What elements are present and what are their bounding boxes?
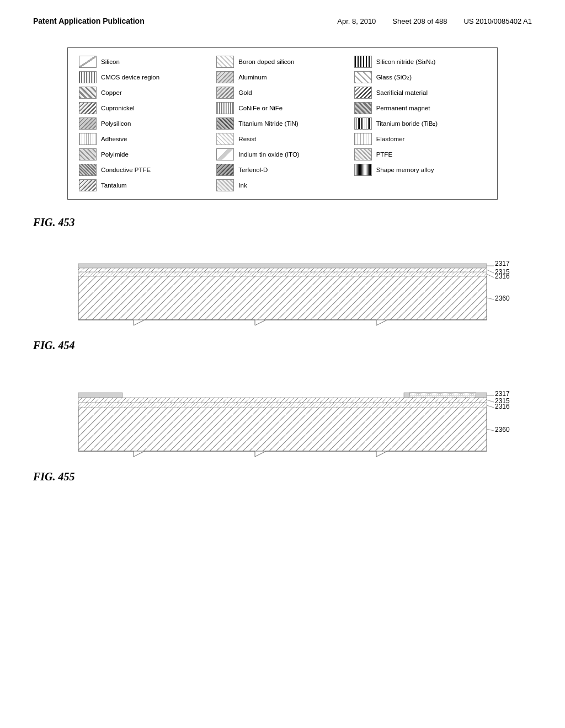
label-tantalum: Tantalum: [101, 182, 127, 189]
legend-tantalum: Tantalum: [79, 179, 211, 191]
legend-silicon: Silicon: [79, 56, 211, 68]
legend-titanium-boride: Titanium boride (TiB₂): [354, 117, 486, 130]
label-2317-455: 2317: [495, 390, 510, 398]
label-ink: Ink: [238, 182, 247, 189]
swatch-titanium-nitride: [216, 117, 234, 130]
legend-ink: Ink: [216, 179, 348, 191]
swatch-resist: [216, 133, 234, 145]
svg-line-37: [487, 400, 494, 402]
fig455-container: 2317 2315 2316 2360: [67, 368, 498, 465]
swatch-boron: [216, 56, 234, 68]
fig454-svg: 2317 2315 2316 2360: [67, 245, 520, 334]
legend-elastomer: Elastomer: [354, 133, 486, 145]
label-2316-455: 2316: [495, 403, 510, 410]
label-boron: Boron doped silicon: [238, 58, 294, 65]
fig454-caption: FIG. 454: [33, 339, 532, 352]
legend-cmos: CMOS device region: [79, 71, 211, 83]
legend-polyimide: Polyimide: [79, 148, 211, 160]
svg-line-38: [487, 405, 494, 408]
fig455-svg: 2317 2315 2316 2360: [67, 368, 520, 465]
svg-rect-35: [409, 393, 476, 398]
label-adhesive: Adhesive: [101, 136, 127, 142]
legend-polysilicon: Polysilicon: [79, 117, 211, 130]
svg-line-39: [487, 429, 494, 431]
label-silicon-nitride: Silicon nitride (Si₃N₄): [376, 58, 436, 66]
swatch-ptfe: [354, 148, 372, 160]
legend-aluminum: Aluminum: [216, 71, 348, 83]
label-2316-454: 2316: [495, 272, 510, 280]
swatch-cupronickel: [79, 102, 97, 114]
legend-glass: Glass (SiO₂): [354, 71, 486, 83]
svg-line-16: [487, 270, 494, 273]
legend-shape-memory: Shape memory alloy: [354, 164, 486, 176]
label-conife: CoNiFe or NiFe: [238, 105, 282, 111]
label-terfenol: Terfenol-D: [238, 167, 268, 173]
fig454-container: 2317 2315 2316 2360: [67, 245, 498, 334]
publication-title: Patent Application Publication: [33, 17, 145, 25]
label-permanent: Permanent magnet: [376, 105, 430, 111]
swatch-silicon: [79, 56, 97, 68]
svg-rect-14: [78, 264, 487, 268]
legend-boron: Boron doped silicon: [216, 56, 348, 68]
fig453-caption: FIG. 453: [33, 216, 532, 229]
label-ito: Indium tin oxide (ITO): [238, 151, 299, 158]
swatch-titanium-boride: [354, 117, 372, 130]
legend-silicon-nitride: Silicon nitride (Si₃N₄): [354, 56, 486, 68]
legend-titanium-nitride: Titanium Nitride (TiN): [216, 117, 348, 130]
swatch-polyimide: [79, 148, 97, 160]
swatch-permanent: [354, 102, 372, 114]
swatch-glass: [354, 71, 372, 83]
legend-permanent: Permanent magnet: [354, 102, 486, 114]
swatch-polysilicon: [79, 117, 97, 130]
swatch-conife: [216, 102, 234, 114]
swatch-sacrificial: [354, 87, 372, 99]
patent-number: US 2010/0085402 A1: [463, 17, 532, 25]
legend-ito: Indium tin oxide (ITO): [216, 148, 348, 160]
legend-adhesive: Adhesive: [79, 133, 211, 145]
label-gold: Gold: [238, 89, 252, 96]
label-shape-memory: Shape memory alloy: [376, 167, 434, 173]
svg-rect-12: [78, 272, 487, 276]
swatch-elastomer: [354, 133, 372, 145]
label-polysilicon: Polysilicon: [101, 120, 131, 127]
svg-line-18: [487, 298, 494, 299]
svg-rect-33: [78, 393, 122, 398]
sheet-info: Sheet 208 of 488: [392, 17, 447, 25]
label-2317: 2317: [495, 260, 510, 267]
swatch-ink: [216, 179, 234, 191]
swatch-terfenol: [216, 164, 234, 176]
legend-cupronickel: Cupronickel: [79, 102, 211, 114]
page-header: Patent Application Publication Apr. 8, 2…: [33, 17, 532, 25]
label-cmos: CMOS device region: [101, 74, 159, 81]
fig454-section: 2317 2315 2316 2360 FIG. 454: [33, 245, 532, 352]
label-aluminum: Aluminum: [238, 74, 266, 81]
svg-rect-32: [78, 398, 487, 403]
legend-conife: CoNiFe or NiFe: [216, 102, 348, 114]
legend-gold: Gold: [216, 87, 348, 99]
svg-rect-30: [78, 407, 487, 451]
label-conductive-ptfe: Conductive PTFE: [101, 167, 151, 173]
label-resist: Resist: [238, 136, 256, 142]
swatch-conductive-ptfe: [79, 164, 97, 176]
fig455-caption: FIG. 455: [33, 470, 532, 483]
label-polyimide: Polyimide: [101, 151, 129, 158]
swatch-ito: [216, 148, 234, 160]
label-2360-454: 2360: [495, 295, 510, 302]
legend-ptfe: PTFE: [354, 148, 486, 160]
label-ptfe: PTFE: [376, 151, 392, 158]
publication-date: Apr. 8, 2010: [337, 17, 376, 25]
label-silicon: Silicon: [101, 58, 120, 65]
swatch-copper: [79, 87, 97, 99]
swatch-tantalum: [79, 179, 97, 191]
swatch-adhesive: [79, 133, 97, 145]
svg-rect-31: [78, 403, 487, 408]
label-2360-455: 2360: [495, 426, 510, 433]
svg-line-17: [487, 274, 494, 277]
legend-copper: Copper: [79, 87, 211, 99]
header-info: Apr. 8, 2010 Sheet 208 of 488 US 2010/00…: [337, 17, 532, 25]
legend-box: Silicon Boron doped silicon Silicon nitr…: [67, 47, 498, 200]
label-copper: Copper: [101, 89, 122, 96]
legend-conductive-ptfe: Conductive PTFE: [79, 164, 211, 176]
swatch-silicon-nitride: [354, 56, 372, 68]
swatch-cmos: [79, 71, 97, 83]
